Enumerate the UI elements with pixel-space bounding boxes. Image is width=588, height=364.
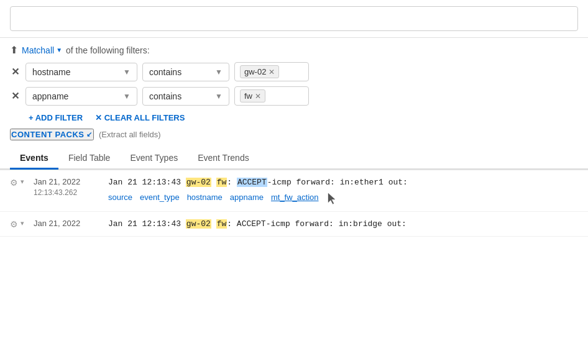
- msg-highlight-fw-1: fw: [216, 178, 227, 187]
- event-gear-area-1: ⚙ ▾: [10, 176, 27, 188]
- msg-part-2-2: [211, 219, 216, 229]
- msg-part-1-3: :: [227, 178, 237, 187]
- events-list: ⚙ ▾ Jan 21, 2022 12:13:43.262 Jan 21 12:…: [0, 170, 588, 237]
- msg-part-2-3: : ACCEPT-icmp forward: in:bridge out:: [227, 219, 407, 229]
- filter-value-container-2[interactable]: fw ✕: [234, 86, 309, 106]
- msg-part-2-1: Jan 21 12:13:43: [108, 219, 186, 229]
- gear-icon-2[interactable]: ⚙: [10, 219, 18, 229]
- filter-tag-value-1: gw-02: [244, 67, 266, 76]
- search-bar: [0, 0, 588, 38]
- event-timestamp-1: Jan 21, 2022 12:13:43.262: [34, 176, 102, 198]
- content-packs-label-text: CONTENT PACKS: [11, 130, 84, 139]
- event-date-2: Jan 21, 2022: [34, 218, 102, 229]
- filter-operator-select-1[interactable]: contains ▼: [142, 63, 229, 81]
- match-all-chevron-icon: ▼: [56, 47, 62, 53]
- filter-tag-gw02: gw-02 ✕: [240, 65, 279, 78]
- filter-tag-value-2: fw: [244, 91, 252, 101]
- event-content-2: Jan 21 12:13:43 gw-02 fw: ACCEPT-icmp fo…: [108, 218, 578, 230]
- event-date-1: Jan 21, 2022: [34, 176, 102, 188]
- msg-part-1-1: Jan 21 12:13:43: [108, 178, 186, 187]
- filter-field-label-1: hostname: [32, 67, 70, 77]
- filter-row-1: ✕ hostname ▼ contains ▼ gw-02 ✕: [10, 62, 578, 81]
- gear-icon-1[interactable]: ⚙: [10, 178, 18, 188]
- add-filter-button[interactable]: + ADD FILTER: [29, 113, 83, 122]
- filter-operator-label-2: contains: [149, 91, 181, 101]
- search-input[interactable]: [10, 6, 578, 31]
- event-fields-1: source event_type hostname appname mt_fw…: [108, 193, 578, 205]
- event-gear-area-2: ⚙ ▾: [10, 218, 27, 229]
- clear-all-filters-button[interactable]: ✕ CLEAR ALL FILTERS: [95, 113, 185, 122]
- field-link-mt-fw-action[interactable]: mt_fw_action: [271, 193, 319, 205]
- tab-events[interactable]: Events: [10, 148, 58, 170]
- expand-arrow-1[interactable]: ▾: [21, 178, 24, 186]
- tab-event-trends[interactable]: Event Trends: [188, 148, 259, 170]
- filter-tag-remove-1[interactable]: ✕: [269, 68, 275, 76]
- filter-operator-label-1: contains: [149, 67, 181, 77]
- filter-tag-remove-2[interactable]: ✕: [255, 92, 261, 101]
- filter-actions: + ADD FILTER ✕ CLEAR ALL FILTERS: [29, 113, 578, 122]
- cursor-icon: [326, 193, 336, 205]
- table-row: ⚙ ▾ Jan 21, 2022 12:13:43.262 Jan 21 12:…: [0, 170, 588, 212]
- match-suffix-text: of the following filters:: [66, 45, 150, 55]
- expand-arrow-2[interactable]: ▾: [21, 219, 24, 227]
- event-message-2: Jan 21 12:13:43 gw-02 fw: ACCEPT-icmp fo…: [108, 218, 578, 230]
- field-link-hostname[interactable]: hostname: [187, 193, 223, 205]
- filter-row-2: ✕ appname ▼ contains ▼ fw ✕: [10, 86, 578, 106]
- filter-operator-select-2[interactable]: contains ▼: [142, 87, 229, 106]
- event-message-1: Jan 21 12:13:43 gw-02 fw: ACCEPT-icmp fo…: [108, 176, 578, 189]
- tab-event-types[interactable]: Event Types: [120, 148, 188, 170]
- msg-highlight-fw-2: fw: [216, 219, 227, 229]
- field-link-appname[interactable]: appname: [230, 193, 264, 205]
- content-packs-extract-link[interactable]: (Extract all fields): [99, 130, 161, 139]
- event-time-1: 12:13:43.262: [34, 188, 102, 198]
- filter-field-arrow-1: ▼: [123, 68, 131, 76]
- filter-value-container-1[interactable]: gw-02 ✕: [234, 62, 309, 81]
- tab-field-table[interactable]: Field Table: [58, 148, 120, 170]
- msg-highlight-gw02-1: gw-02: [186, 178, 211, 187]
- filter-remove-button-2[interactable]: ✕: [10, 90, 21, 102]
- msg-highlight-gw02-2: gw-02: [186, 219, 211, 229]
- content-packs-row: CONTENT PACKS ↙ (Extract all fields): [0, 122, 588, 140]
- filter-field-select-2[interactable]: appname ▼: [25, 87, 137, 106]
- match-icon: ⬆: [10, 44, 18, 56]
- match-all-button[interactable]: Matchall ▼: [22, 45, 62, 55]
- filter-field-label-2: appname: [32, 91, 68, 101]
- match-all-label: Matchall: [22, 45, 54, 55]
- filter-remove-button-1[interactable]: ✕: [10, 66, 21, 78]
- filter-field-select-1[interactable]: hostname ▼: [25, 63, 137, 81]
- event-timestamp-2: Jan 21, 2022: [34, 218, 102, 229]
- table-row: ⚙ ▾ Jan 21, 2022 Jan 21 12:13:43 gw-02 f…: [0, 212, 588, 237]
- filter-section: ⬆ Matchall ▼ of the following filters: ✕…: [0, 38, 588, 122]
- filter-operator-arrow-2: ▼: [215, 92, 223, 101]
- event-content-1: Jan 21 12:13:43 gw-02 fw: ACCEPT-icmp fo…: [108, 176, 578, 205]
- msg-highlight-accept-1: ACCEPT: [237, 178, 267, 187]
- field-link-event-type[interactable]: event_type: [140, 193, 180, 205]
- content-packs-chevron-icon: ↙: [86, 130, 93, 139]
- msg-part-1-2: [211, 178, 216, 187]
- filter-tag-fw: fw ✕: [240, 89, 265, 102]
- field-link-source[interactable]: source: [108, 193, 132, 205]
- filter-field-arrow-2: ▼: [123, 92, 131, 101]
- filter-operator-arrow-1: ▼: [215, 68, 223, 76]
- msg-part-1-4: -icmp forward: in:ether1 out:: [267, 178, 408, 187]
- match-row: ⬆ Matchall ▼ of the following filters:: [10, 44, 578, 56]
- tabs-bar: Events Field Table Event Types Event Tre…: [0, 148, 588, 170]
- content-packs-button[interactable]: CONTENT PACKS ↙: [10, 129, 94, 140]
